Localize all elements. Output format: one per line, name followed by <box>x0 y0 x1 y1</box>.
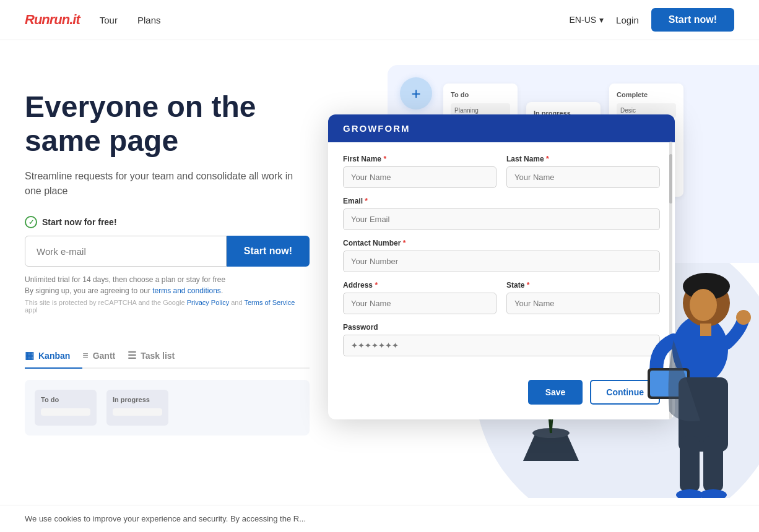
start-now-form-button[interactable]: Start now! <box>227 236 310 267</box>
modal-scrollbar-thumb <box>669 154 672 204</box>
terms-prefix: By signing up, you are agreeing to our <box>25 286 152 295</box>
svg-point-5 <box>690 289 717 321</box>
nav-tour[interactable]: Tour <box>100 15 118 25</box>
first-name-input[interactable] <box>343 166 497 188</box>
svg-point-13 <box>700 489 727 498</box>
start-now-header-button[interactable]: Start now! <box>651 8 734 32</box>
password-label: Password <box>343 323 660 332</box>
recaptcha-prefix: This site is protected by reCAPTCHA and … <box>25 299 187 306</box>
chevron-down-icon: ▾ <box>599 15 604 25</box>
kanban-col-todo: To do <box>35 390 97 426</box>
trial-text: Unlimited trial for 14 days, then choose… <box>25 275 310 284</box>
first-name-label-text: First Name <box>343 155 381 163</box>
email-row: Email * <box>343 197 660 230</box>
dashboard-card-text: Desic <box>620 107 636 114</box>
lang-label: EN-US <box>570 15 597 25</box>
gantt-icon: ≡ <box>82 350 88 361</box>
contact-input[interactable] <box>343 251 660 272</box>
address-label: Address * <box>343 281 497 290</box>
start-free-label: ✓ Start now for free! <box>25 216 310 228</box>
required-star: * <box>375 281 378 290</box>
password-label-text: Password <box>343 323 378 332</box>
kanban-preview: To do In progress <box>25 380 310 435</box>
header-right: EN-US ▾ Login Start now! <box>570 8 734 32</box>
privacy-policy-link[interactable]: Privacy Policy <box>187 299 229 306</box>
growform-email-input[interactable] <box>343 208 660 230</box>
hero-right: + To do Planning In progress <box>310 77 734 498</box>
svg-rect-10 <box>680 436 700 492</box>
tab-gantt[interactable]: ≡ Gantt <box>82 343 128 369</box>
dashboard-todo-title: To do <box>451 91 510 98</box>
lang-selector[interactable]: EN-US ▾ <box>570 15 604 25</box>
recaptcha-text: This site is protected by reCAPTCHA and … <box>25 299 310 314</box>
address-label-text: Address <box>343 281 373 290</box>
logo[interactable]: Runrun.it <box>25 12 80 28</box>
email-label: Email * <box>343 197 660 205</box>
svg-point-14 <box>736 310 751 325</box>
password-row: Password <box>343 323 660 356</box>
last-name-label-text: Last Name <box>506 155 544 163</box>
address-row: Address * State * <box>343 281 660 314</box>
kanban-col-inprogress: In progress <box>106 390 168 426</box>
password-input[interactable] <box>343 335 660 356</box>
nav-plans[interactable]: Plans <box>137 15 161 25</box>
growform-header: GROWFORM <box>328 114 675 142</box>
last-name-input[interactable] <box>506 166 660 188</box>
kanban-card <box>41 408 90 416</box>
header: Runrun.it Tour Plans EN-US ▾ Login Start… <box>0 0 759 40</box>
svg-rect-11 <box>703 436 723 492</box>
name-row: First Name * Last Name * <box>343 155 660 188</box>
contact-label: Contact Number * <box>343 239 660 247</box>
growform-modal: GROWFORM First Name * Last Name * <box>328 114 675 419</box>
growform-body: First Name * Last Name * Email <box>328 142 675 380</box>
state-label-text: State <box>506 281 524 290</box>
kanban-col-todo-title: To do <box>41 396 90 403</box>
required-star: * <box>383 155 386 163</box>
header-left: Runrun.it Tour Plans <box>25 12 160 28</box>
dashboard-complete-title: Complete <box>617 91 676 98</box>
person-illustration <box>635 251 759 498</box>
required-star: * <box>365 197 368 205</box>
recaptcha-suffix: appl <box>25 306 38 314</box>
kanban-col-inprogress-title: In progress <box>113 396 162 403</box>
kanban-icon: ▦ <box>25 350 34 361</box>
add-task-button[interactable]: + <box>400 77 432 109</box>
contact-row: Contact Number * <box>343 239 660 272</box>
tab-gantt-label: Gantt <box>93 351 116 361</box>
svg-rect-6 <box>700 324 711 336</box>
password-group: Password <box>343 323 660 356</box>
login-link[interactable]: Login <box>616 15 639 25</box>
check-icon: ✓ <box>25 216 37 228</box>
view-tabs: ▦ Kanban ≡ Gantt ☰ Task list <box>25 343 310 369</box>
tasklist-icon: ☰ <box>128 350 136 361</box>
last-name-label: Last Name * <box>506 155 660 163</box>
hero-left: Everyone on the same page Streamline req… <box>25 77 310 498</box>
required-star: * <box>546 155 549 163</box>
email-label-text: Email <box>343 197 363 205</box>
modal-footer: Save Continue <box>328 380 675 419</box>
hero-title: Everyone on the same page <box>25 90 310 158</box>
address-group: Address * <box>343 281 497 314</box>
last-name-group: Last Name * <box>506 155 660 188</box>
email-input[interactable] <box>25 236 227 267</box>
tab-tasklist[interactable]: ☰ Task list <box>128 343 187 369</box>
svg-point-12 <box>676 489 703 498</box>
contact-group: Contact Number * <box>343 239 660 272</box>
first-name-label: First Name * <box>343 155 497 163</box>
first-name-group: First Name * <box>343 155 497 188</box>
terms-link[interactable]: terms and conditions <box>152 286 221 295</box>
required-star: * <box>403 239 406 247</box>
required-star: * <box>527 281 530 290</box>
recaptcha-and: and <box>229 299 244 306</box>
tab-kanban-label: Kanban <box>38 351 70 361</box>
address-input[interactable] <box>343 293 497 314</box>
dashboard-card-text: Planning <box>454 107 479 114</box>
contact-label-text: Contact Number <box>343 239 401 247</box>
terms-of-service-link[interactable]: Terms of Service <box>244 299 295 306</box>
save-button[interactable]: Save <box>528 380 583 405</box>
email-group: Email * <box>343 197 660 230</box>
kanban-card <box>113 408 162 416</box>
tab-kanban[interactable]: ▦ Kanban <box>25 343 82 369</box>
terms-text: By signing up, you are agreeing to our t… <box>25 286 310 295</box>
email-form: Start now! <box>25 236 310 267</box>
